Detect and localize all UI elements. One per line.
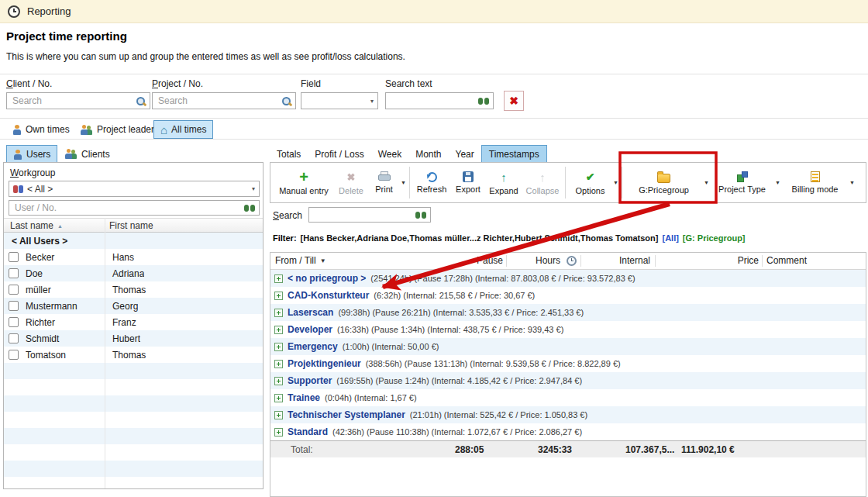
user-checkbox[interactable] (9, 252, 19, 262)
client-search-input[interactable] (11, 95, 133, 107)
toolbar-button-label: Refresh (417, 185, 447, 194)
pricegroup-row[interactable]: Technischer Systemplaner (21:01h) (Inter… (270, 406, 866, 423)
print-button[interactable]: Print (368, 164, 407, 201)
pricegroup-details: (169:55h) (Pause 1:24h) (Internal: 4.185… (336, 376, 582, 385)
workgroup-dropdown[interactable]: < All > (9, 181, 260, 197)
search-text-field[interactable] (385, 92, 494, 109)
project-search-input[interactable] (157, 95, 278, 107)
tab-profit-loss[interactable]: Profit / Loss (308, 145, 370, 163)
column-from-till[interactable]: From / Till (275, 255, 326, 266)
expand-button[interactable]: Expand (485, 164, 522, 201)
user-row[interactable]: Mustermann Georg (4, 298, 263, 314)
pricegroup-name: CAD-Konsturkteur (288, 290, 369, 301)
column-first-name[interactable]: First name (109, 220, 153, 231)
user-row[interactable]: Schmidt Hubert (4, 330, 263, 347)
toolbar-button-label: Print (375, 185, 393, 194)
expand-plus-icon[interactable] (274, 326, 283, 334)
dropdown-arrow-icon (613, 180, 618, 185)
pricegroup-name: Laserscan (288, 307, 333, 318)
binoculars-icon (415, 212, 426, 219)
grid-search-field[interactable] (308, 207, 431, 223)
user-search-field[interactable] (9, 200, 260, 216)
tab-clients[interactable]: Clients (59, 145, 116, 163)
tab-year[interactable]: Year (449, 145, 481, 163)
user-row[interactable]: Becker Hans (4, 249, 263, 265)
billing-mode-button[interactable]: Billing mode (781, 164, 856, 201)
tab-label: Own times (26, 124, 70, 135)
refresh-button[interactable]: Refresh (412, 164, 451, 201)
tab-users[interactable]: Users (6, 145, 57, 163)
column-last-name[interactable]: Last name (10, 220, 63, 231)
search-text-input[interactable] (390, 95, 475, 107)
user-search-input[interactable] (13, 202, 241, 214)
user-row[interactable]: Doe Adriana (4, 265, 263, 281)
pricegroup-row[interactable]: Emergency (1:00h) (Internal: 50,00 €) (270, 338, 866, 355)
workgroup-value: < All > (27, 184, 53, 195)
expand-plus-icon[interactable] (274, 274, 283, 283)
expand-plus-icon[interactable] (274, 343, 283, 351)
tab-timestamps[interactable]: Timestamps (481, 145, 547, 163)
clear-search-button[interactable] (504, 91, 524, 111)
pricegroup-row[interactable]: CAD-Konsturkteur (6:32h) (Internal: 215,… (270, 287, 866, 304)
user-checkbox[interactable] (9, 268, 19, 278)
total-hours: 3245:33 (538, 444, 572, 455)
tab-month[interactable]: Month (408, 145, 448, 163)
column-pause[interactable]: Pause (453, 255, 503, 266)
user-last-name: Mustermann (26, 301, 106, 312)
pricegroup-row[interactable]: Developer (16:33h) (Pause 1:34h) (Intern… (270, 321, 866, 338)
column-price[interactable]: Price (709, 255, 759, 266)
user-checkbox[interactable] (9, 285, 19, 295)
client-search-field[interactable] (6, 92, 150, 109)
user-checkbox[interactable] (9, 333, 19, 343)
column-comment[interactable]: Comment (766, 255, 807, 266)
user-checkbox[interactable] (9, 350, 19, 360)
user-row[interactable]: Richter Franz (4, 314, 263, 330)
header-separator (580, 255, 581, 267)
expand-plus-icon[interactable] (274, 377, 283, 385)
pricegroup-row[interactable]: Standard (42:36h) (Pause 110:38h) (Inter… (270, 423, 866, 440)
tab-own-times[interactable]: Own times (6, 120, 76, 139)
manual-entry-button[interactable]: Manual entry (274, 164, 334, 201)
tab-all-times[interactable]: All times (153, 120, 213, 139)
expand-plus-icon[interactable] (274, 309, 283, 317)
expand-plus-icon[interactable] (274, 292, 283, 300)
chevron-down-icon (252, 185, 255, 192)
pricegroup-row[interactable]: Laserscan (99:38h) (Pause 26:21h) (Inter… (270, 304, 866, 321)
pricegroup-row[interactable]: Projektingenieur (388:56h) (Pause 131:13… (270, 355, 866, 372)
export-button[interactable]: Export (451, 164, 485, 201)
user-row[interactable]: Tomatson Thomas (4, 347, 263, 363)
pricegroup-row[interactable]: Trainee (0:04h) (Internal: 1,67 €) (270, 389, 866, 406)
user-checkbox[interactable] (9, 301, 19, 311)
expand-plus-icon[interactable] (274, 394, 283, 402)
sort-asc-icon (57, 223, 63, 229)
project-type-button[interactable]: Project Type (710, 164, 781, 201)
project-search-field[interactable] (152, 92, 296, 109)
column-internal[interactable]: Internal (601, 255, 650, 266)
user-first-name: Georg (106, 301, 138, 312)
pricegroup-button[interactable]: G:Pricegroup (625, 164, 710, 201)
total-pause: 288:05 (455, 444, 484, 455)
grid-search-input[interactable] (313, 209, 412, 221)
expand-plus-icon[interactable] (274, 360, 283, 368)
tab-totals[interactable]: Totals (270, 145, 308, 163)
field-dropdown[interactable] (301, 92, 378, 109)
expand-plus-icon[interactable] (274, 411, 283, 419)
filter-arrow-icon (320, 257, 326, 264)
user-checkbox[interactable] (9, 317, 19, 327)
filter-summary: Filter: [Hans Becker,Adriana Doe,Thomas … (273, 233, 866, 245)
user-first-name: Thomas (106, 285, 146, 295)
filter-users: [Hans Becker,Adriana Doe,Thomas müller..… (301, 233, 659, 245)
total-row: Total: 288:05 3245:33 107.367,5... 111.9… (270, 440, 866, 457)
pricegroup-row[interactable]: Supporter (169:55h) (Pause 1:24h) (Inter… (270, 372, 866, 389)
window-title: Reporting (27, 5, 71, 17)
pricegroup-row[interactable]: < no pricegroup > (2541:24h) (Pause 17:2… (270, 270, 866, 287)
tab-project-leader[interactable]: Project leader (74, 120, 160, 139)
expand-plus-icon[interactable] (274, 428, 283, 437)
user-row[interactable]: müller Thomas (4, 281, 263, 298)
all-users-row[interactable]: < All Users > (4, 233, 263, 249)
options-button[interactable]: Options (568, 164, 619, 201)
tab-week[interactable]: Week (371, 145, 408, 163)
column-hours[interactable]: Hours (511, 255, 560, 266)
toolbar-button-label: Billing mode (792, 185, 839, 194)
workgroup-label: Workgroup (10, 167, 55, 178)
